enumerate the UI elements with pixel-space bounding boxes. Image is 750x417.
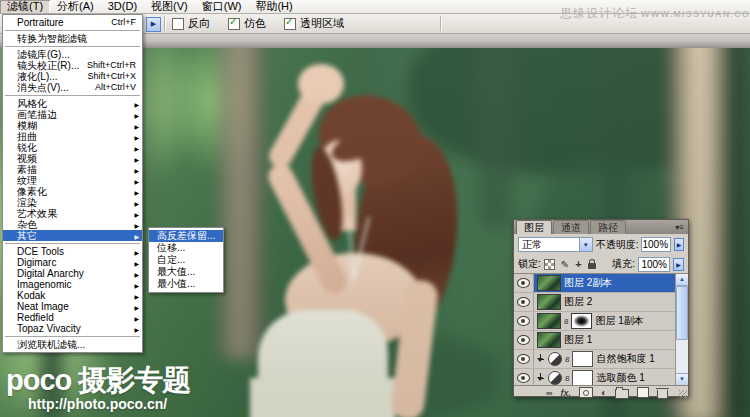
- layer-row-5[interactable]: 8选取颜色 1: [514, 369, 676, 386]
- add-mask-icon[interactable]: [579, 387, 593, 398]
- resize-grip[interactable]: [679, 390, 687, 398]
- new-layer-icon[interactable]: [637, 387, 649, 398]
- lock-position-icon[interactable]: [575, 258, 581, 270]
- menubar-item-0[interactable]: 滤镜(T): [0, 0, 50, 13]
- filter-menu-item-4[interactable]: 滤镜库(G)...: [3, 49, 142, 60]
- filter-menu-item-9[interactable]: 风格化▶: [3, 98, 142, 109]
- filter-menu-item-21[interactable]: 其它▶: [3, 230, 142, 241]
- panel-tab-1[interactable]: 通道: [553, 220, 589, 234]
- filter-menu-item-15[interactable]: 素描▶: [3, 164, 142, 175]
- panel-tab-0[interactable]: 图层: [516, 220, 552, 234]
- layer-row-body[interactable]: 图层 2副本: [534, 274, 676, 292]
- gradient-picker-arrow-button[interactable]: ▶: [146, 17, 161, 32]
- filter-menu-item-27[interactable]: Kodak▶: [3, 290, 142, 301]
- filter-menu-item-16[interactable]: 纹理▶: [3, 175, 142, 186]
- scroll-up-icon[interactable]: ▲: [676, 274, 688, 286]
- filter-menu-item-18[interactable]: 渲染▶: [3, 197, 142, 208]
- layer-row-0[interactable]: 图层 2副本: [514, 274, 676, 293]
- visibility-toggle[interactable]: [514, 274, 534, 292]
- layer-row-3[interactable]: 图层 1: [514, 331, 676, 350]
- layer-row-2[interactable]: 8图层 1副本: [514, 312, 676, 331]
- scrollbar-thumb[interactable]: [676, 286, 688, 340]
- visibility-toggle[interactable]: [514, 312, 534, 330]
- submenu-item-0[interactable]: 高反差保留...: [149, 230, 223, 242]
- filter-menu-item-2[interactable]: 转换为智能滤镜: [3, 33, 142, 44]
- submenu-item-4[interactable]: 最小值...: [149, 278, 223, 290]
- fill-label: 填充:: [612, 257, 635, 271]
- option-checkbox-label: 反向: [188, 16, 210, 31]
- layer-row-body[interactable]: 8图层 1副本: [534, 312, 676, 330]
- lock-brush-icon[interactable]: [561, 259, 569, 270]
- filter-menu-item-12[interactable]: 扭曲▶: [3, 131, 142, 142]
- fill-input[interactable]: 100%: [638, 257, 670, 272]
- visibility-toggle[interactable]: [514, 293, 534, 311]
- menubar-item-4[interactable]: 窗口(W): [195, 0, 249, 13]
- layer-row-body[interactable]: 8选取颜色 1: [534, 369, 676, 386]
- layer-row-1[interactable]: 图层 2: [514, 293, 676, 312]
- menubar-item-5[interactable]: 帮助(H): [248, 0, 299, 13]
- filter-menu-item-30[interactable]: Topaz Vivacity▶: [3, 323, 142, 334]
- filter-menu-item-17[interactable]: 像素化▶: [3, 186, 142, 197]
- filter-dropdown-menu: PortraitureCtrl+F转换为智能滤镜滤镜库(G)...镜头校正(R)…: [2, 14, 143, 353]
- new-adjustment-icon[interactable]: [601, 387, 607, 398]
- filter-menu-item-7[interactable]: 消失点(V)...Alt+Ctrl+V: [3, 82, 142, 93]
- filter-menu-item-29[interactable]: Redfield▶: [3, 312, 142, 323]
- filter-menu-item-24[interactable]: Digimarc▶: [3, 257, 142, 268]
- checked-checkbox-icon[interactable]: [228, 18, 240, 30]
- filter-menu-item-20[interactable]: 杂色▶: [3, 219, 142, 230]
- visibility-toggle[interactable]: [514, 350, 534, 368]
- filter-menu-item-14[interactable]: 视频▶: [3, 153, 142, 164]
- layers-panel: 图层通道路径▾≡ 正常 ▾ 不透明度: 100% ▶ 锁定: 填充: 100% …: [513, 219, 689, 397]
- opacity-input[interactable]: 100%: [641, 237, 671, 252]
- layer-name: 选取颜色 1: [596, 371, 644, 385]
- option-checkbox-2[interactable]: 透明区域: [284, 16, 344, 31]
- checked-checkbox-icon[interactable]: [284, 18, 296, 30]
- adjustment-mask-thumbnail: [572, 370, 593, 386]
- filter-menu-item-25[interactable]: Digital Anarchy▶: [3, 268, 142, 279]
- filter-menu-item-11[interactable]: 模糊▶: [3, 120, 142, 131]
- filter-menu-item-28[interactable]: Neat Image▶: [3, 301, 142, 312]
- submenu-arrow-icon: ▶: [134, 232, 139, 243]
- delete-layer-icon[interactable]: [657, 390, 668, 399]
- opacity-slider-button[interactable]: ▶: [674, 238, 684, 251]
- visibility-toggle[interactable]: [514, 369, 534, 386]
- filter-menu-item-5[interactable]: 镜头校正(R)...Shift+Ctrl+R: [3, 60, 142, 71]
- photoshop-window: { "window": { "top_right_watermark_cn": …: [0, 0, 750, 417]
- visibility-toggle[interactable]: [514, 331, 534, 349]
- option-checkbox-0[interactable]: 反向: [172, 16, 210, 31]
- scroll-down-icon[interactable]: ▼: [676, 373, 688, 385]
- submenu-item-2[interactable]: 自定...: [149, 254, 223, 266]
- panel-tab-2[interactable]: 路径: [590, 220, 626, 234]
- opacity-label: 不透明度:: [596, 238, 639, 252]
- lock-transparent-icon[interactable]: [544, 259, 555, 270]
- filter-menu-item-23[interactable]: DCE Tools▶: [3, 246, 142, 257]
- panel-menu-icon[interactable]: ▾≡: [675, 221, 688, 234]
- filter-menu-item-19[interactable]: 艺术效果▶: [3, 208, 142, 219]
- option-checkbox-1[interactable]: 仿色: [228, 16, 266, 31]
- filter-menu-item-6[interactable]: 液化(L)...Shift+Ctrl+X: [3, 71, 142, 82]
- layer-row-body[interactable]: 图层 1: [534, 331, 676, 349]
- unchecked-checkbox-icon[interactable]: [172, 18, 184, 30]
- submenu-item-1[interactable]: 位移...: [149, 242, 223, 254]
- layer-style-icon[interactable]: [560, 387, 571, 398]
- menubar-item-1[interactable]: 分析(A): [50, 0, 101, 13]
- filter-menu-item-26[interactable]: Imagenomic▶: [3, 279, 142, 290]
- filter-menu-item-13[interactable]: 锐化▶: [3, 142, 142, 153]
- new-group-icon[interactable]: [615, 389, 629, 399]
- filter-menu-item-0[interactable]: PortraitureCtrl+F: [3, 17, 142, 28]
- filter-menu-item-10[interactable]: 画笔描边▶: [3, 109, 142, 120]
- menubar-item-3[interactable]: 视图(V): [144, 0, 195, 13]
- filter-menu-item-label: 模糊: [17, 120, 37, 131]
- link-layers-icon[interactable]: [546, 387, 552, 398]
- blend-mode-select[interactable]: 正常 ▾: [518, 237, 593, 252]
- menubar-item-2[interactable]: 3D(D): [101, 0, 144, 13]
- layer-row-body[interactable]: 图层 2: [534, 293, 676, 311]
- filter-menu-item-32[interactable]: 浏览联机滤镜...: [3, 339, 142, 350]
- submenu-item-3[interactable]: 最大值...: [149, 266, 223, 278]
- layer-row-body[interactable]: 8自然饱和度 1: [534, 350, 676, 368]
- chevron-down-icon[interactable]: ▾: [579, 238, 592, 251]
- layer-list-scrollbar[interactable]: ▲ ▼: [675, 274, 688, 385]
- fill-slider-button[interactable]: ▶: [673, 258, 684, 271]
- layer-row-4[interactable]: 8自然饱和度 1: [514, 350, 676, 369]
- lock-all-icon[interactable]: [588, 263, 596, 269]
